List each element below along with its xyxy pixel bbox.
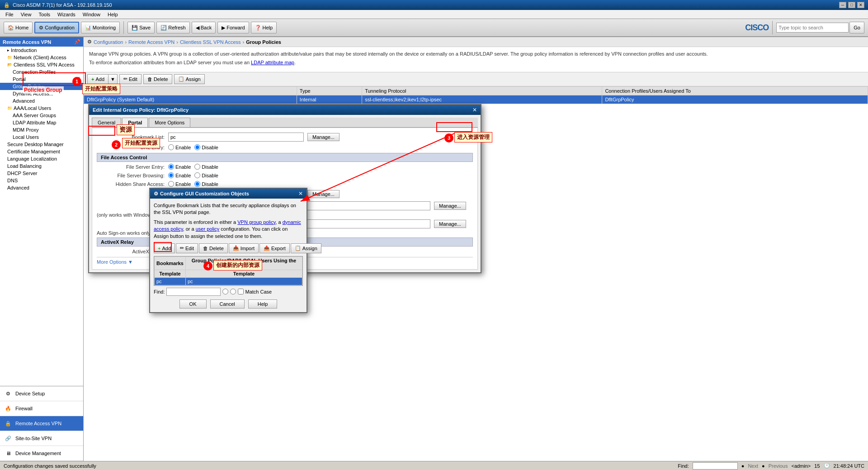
help-button[interactable]: ❓ Help (251, 22, 277, 33)
match-case-option[interactable] (222, 289, 228, 294)
file-browsing-enable-radio[interactable] (168, 172, 174, 178)
file-browsing-disable-option[interactable]: Disable (194, 172, 218, 178)
menu-view[interactable]: View (17, 11, 35, 18)
edit-button[interactable]: ✏ Edit (119, 74, 142, 84)
configuration-button[interactable]: ⚙ Configuration (34, 22, 79, 33)
nav-firewall[interactable]: 🔥 Firewall (0, 401, 83, 416)
file-server-enable-option[interactable]: Enable (168, 164, 191, 170)
sidebar-item-aaa-local-users[interactable]: 📁 AAA/Local Users (0, 104, 83, 112)
next-button[interactable]: Next (748, 463, 758, 469)
sidebar-item-aaa-server-groups[interactable]: AAA Server Groups (0, 112, 83, 119)
url-disable-radio[interactable] (194, 144, 200, 150)
refresh-button[interactable]: 🔄 Refresh (156, 22, 190, 33)
sidebar-item-portal[interactable]: Portal (0, 76, 83, 83)
tab-portal[interactable]: Portal (122, 118, 148, 127)
hidden-share-disable-option[interactable]: Disable (194, 181, 218, 187)
sidebar-item-secure-desktop[interactable]: Secure Desktop Manager (0, 141, 83, 148)
sidebar-item-certificate-mgmt[interactable]: Certificate Management (0, 148, 83, 155)
close-button[interactable]: ✕ (857, 2, 864, 8)
sidebar-item-dns[interactable]: DNS (0, 177, 83, 184)
file-server-disable-option[interactable]: Disable (194, 164, 218, 170)
configure-add-button[interactable]: + Add (154, 243, 175, 253)
hidden-share-enable-radio[interactable] (168, 181, 174, 187)
delete-button[interactable]: 🗑 Delete (143, 74, 172, 84)
add-dropdown-button[interactable]: ▼ (108, 74, 118, 84)
hidden-share-disable-radio[interactable] (194, 181, 200, 187)
file-browsing-enable-option[interactable]: Enable (168, 172, 191, 178)
nav-site-to-site-vpn[interactable]: 🔗 Site-to-Site VPN (0, 431, 83, 446)
sidebar-item-ldap-attribute-map[interactable]: LDAP Attribute Map (0, 119, 83, 126)
hidden-share-enable-option[interactable]: Enable (168, 181, 191, 187)
configure-find-input[interactable] (166, 288, 221, 296)
cancel-button[interactable]: Cancel (210, 299, 245, 309)
url-enable-option[interactable]: Enable (168, 144, 191, 150)
find-mode-option[interactable] (230, 289, 236, 294)
menu-file[interactable]: File (2, 11, 17, 18)
sidebar-item-local-users[interactable]: Local Users (0, 133, 83, 141)
tab-general[interactable]: General (92, 118, 121, 127)
find-radio-1[interactable] (222, 289, 228, 294)
file-browsing-disable-radio[interactable] (194, 172, 200, 178)
add-button[interactable]: + Add (87, 74, 108, 84)
url-disable-option[interactable]: Disable (194, 144, 218, 150)
configure-import-button[interactable]: 📥 Import (229, 243, 259, 253)
ok-button[interactable]: OK (179, 299, 207, 309)
find-radio-2[interactable] (230, 289, 236, 294)
sidebar-item-introduction[interactable]: ▸ Introduction (0, 47, 83, 54)
breadcrumb-clientless[interactable]: Clientless SSL VPN Access (180, 39, 241, 45)
table-row[interactable]: DfltGrpPolicy (System Default) Internal … (84, 95, 868, 104)
sidebar-item-load-balancing[interactable]: Load Balancing (0, 162, 83, 170)
sidebar-item-connection-profiles[interactable]: Connection Profiles (0, 68, 83, 76)
more-options-button[interactable]: More Options ▼ (97, 259, 133, 265)
breadcrumb-configuration[interactable]: Configuration (94, 39, 123, 45)
sidebar-item-dynamic-access[interactable]: Dynamic Access... (0, 90, 83, 97)
sidebar-item-advanced-clientless[interactable]: Advanced (0, 97, 83, 104)
sidebar-item-language[interactable]: Language Localization (0, 155, 83, 162)
forward-button[interactable]: ▶ Forward (217, 22, 249, 33)
configure-assign-button[interactable]: 📋 Assign (291, 243, 321, 253)
user-policy-link[interactable]: user policy (196, 226, 220, 232)
table-row-pc[interactable]: pc pc (155, 277, 302, 285)
back-button[interactable]: ◀ Back (192, 22, 216, 33)
vpn-group-policy-link[interactable]: VPN group policy (237, 219, 275, 225)
menu-help[interactable]: Help (104, 11, 122, 18)
match-case-check[interactable] (238, 289, 244, 294)
help-button[interactable]: Help (248, 299, 278, 309)
extra-manage-2[interactable]: Manage... (434, 220, 466, 228)
nav-device-setup[interactable]: ⚙ Device Setup (0, 386, 83, 401)
sidebar-item-dhcp[interactable]: DHCP Server (0, 170, 83, 177)
configure-dialog-close[interactable]: ✕ (298, 190, 303, 197)
search-input[interactable] (776, 23, 849, 33)
url-enable-radio[interactable] (168, 144, 174, 150)
bookmark-manage-button[interactable]: Manage... (307, 133, 340, 141)
ldap-link[interactable]: LDAP attribute map (251, 60, 294, 65)
monitoring-button[interactable]: 📊 Monitoring (81, 22, 120, 33)
minimize-button[interactable]: ─ (839, 2, 846, 8)
menu-tools[interactable]: Tools (35, 11, 54, 18)
configure-export-button[interactable]: 📤 Export (259, 243, 290, 253)
nav-device-management[interactable]: 🖥 Device Management (0, 446, 83, 461)
sidebar-item-group-policies[interactable]: Group Policies (0, 83, 83, 90)
nav-remote-access-vpn[interactable]: 🔒 Remote Access VPN (0, 416, 83, 431)
menu-wizards[interactable]: Wizards (54, 11, 79, 18)
sa-manage-button[interactable]: Manage... (307, 190, 340, 198)
match-case-checkbox[interactable]: Match Case (238, 289, 272, 294)
window-controls[interactable]: ─ □ ✕ (839, 2, 864, 8)
configure-edit-button[interactable]: ✏ Edit (176, 243, 198, 253)
edit-dialog-close[interactable]: ✕ (472, 107, 477, 113)
maximize-button[interactable]: □ (848, 2, 855, 8)
find-input[interactable] (693, 462, 738, 470)
configure-delete-button[interactable]: 🗑 Delete (199, 243, 228, 253)
file-server-enable-radio[interactable] (168, 164, 174, 170)
tab-more-options[interactable]: More Options (149, 118, 190, 127)
sidebar-pin-icon[interactable]: 📌 (74, 39, 80, 45)
file-server-disable-radio[interactable] (194, 164, 200, 170)
dynamic-access-policy-link[interactable]: dynamic access policy (154, 219, 301, 232)
go-button[interactable]: Go (849, 22, 864, 33)
extra-manage-1[interactable]: Manage... (434, 202, 466, 210)
bookmark-list-input[interactable] (168, 133, 304, 142)
sidebar-item-clientless-ssl[interactable]: 📂 Clientless SSL VPN Access (0, 61, 83, 68)
sidebar-item-advanced[interactable]: Advanced (0, 184, 83, 191)
breadcrumb-remote-access[interactable]: Remote Access VPN (128, 39, 175, 45)
sidebar-item-network-client-access[interactable]: 📁 Network (Client) Access (0, 54, 83, 61)
